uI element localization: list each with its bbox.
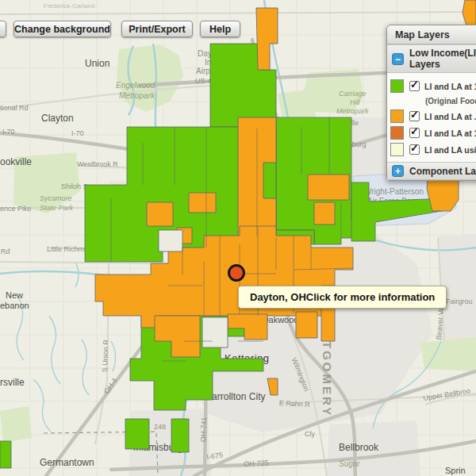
census-tract-green[interactable] [130,316,263,410]
layer-label: LI and LA at .5 and 10 miles [424,112,476,121]
map-label: Rd [1,248,10,255]
census-tract-unshaded[interactable] [159,230,182,251]
map-label: Oakwood [262,316,298,324]
map-label: Metropark [336,108,369,115]
census-tract-green[interactable] [85,127,314,262]
map-label: Bellbrook [339,443,378,452]
census-tract-orange[interactable] [147,202,173,226]
map-label: West Carrollton City [181,392,265,401]
check-icon: ✓ [410,109,419,121]
map-label: Metropark [119,92,155,100]
help-button[interactable]: Help [200,21,240,37]
census-tract-green[interactable] [210,44,276,127]
layer-checkbox[interactable]: ✓ [409,144,420,155]
map-label: Airport [196,67,219,75]
census-tract-unshaded[interactable] [202,317,228,347]
layer-checkbox[interactable]: ✓ [409,81,420,91]
layer-label: LI and LA at 1 and 20 miles [424,129,476,138]
check-icon: ✓ [410,79,419,90]
map-label: Air Force Base [367,198,420,205]
census-tract-orange[interactable] [267,378,278,395]
map-label: I-70 [71,130,84,137]
map-label: OH-4 [103,377,118,395]
map-label: Westbrook R [77,161,118,168]
low-income-section-header[interactable]: − Low Income(LI) and Low Access(LA) Laye… [387,44,476,73]
map-label: I-70 [2,129,15,136]
map-label: ookville [0,157,32,167]
map-label: Clayton [41,113,74,123]
map-label: New [6,291,23,300]
map-label: Engelwood [116,82,155,90]
map-label: Vandalia [235,79,271,89]
census-tract-green[interactable] [351,182,446,241]
census-tract-orange[interactable] [256,8,278,70]
map-label: Chambersburg [319,141,367,148]
map-label: MONTGOMERY [321,306,333,417]
map-label: Trot [129,205,144,213]
map-label: Wilmington [290,357,310,393]
census-tract-orange[interactable] [177,228,192,244]
census-tract-orange[interactable] [308,175,349,200]
map-label: Frederick-Garland [44,3,94,10]
layer-checkbox[interactable]: ✓ [409,111,420,121]
map-label: Sugar [339,460,360,468]
map-label: Sprin [445,466,466,475]
expand-icon[interactable]: + [392,165,404,177]
collapse-icon[interactable]: − [392,53,404,65]
layer-color-swatch [390,143,404,156]
map-label: Carriage [339,90,367,98]
map-label: Kettering [225,353,270,363]
map-layers-panel-title: Map Layers [387,25,476,44]
layer-sublabel: (Original Food Desert measure) [425,94,476,108]
map-label: Cly [305,431,315,438]
census-tract-green[interactable] [171,419,189,452]
map-label: I-675 [206,451,223,460]
check-icon: ✓ [410,142,419,154]
map-label: 248 [154,424,166,431]
census-tract-orange[interactable] [228,314,267,340]
census-tract-orange[interactable] [314,202,335,225]
check-icon: ✓ [410,125,419,137]
map-label: ebanon [0,301,29,310]
partial-button[interactable] [0,21,6,37]
map-label: E Rahn R [279,400,310,409]
print-export-button[interactable]: Print/Export [121,21,193,37]
map-label: Intl [205,59,215,67]
legend-list: ✓LI and LA at 1 and 10 miles(Original Fo… [387,73,476,162]
census-tract-orange[interactable] [238,117,276,238]
census-tract-green[interactable] [125,419,149,449]
map-label: Germantown [40,458,94,467]
selected-location-marker[interactable] [228,264,245,282]
map-label: Little Richmond Rd [47,246,107,253]
map-label: State Park [40,205,73,212]
layer-color-swatch [390,126,404,140]
layer-row: ✓LI and LA at .5 and 10 miles [387,108,476,125]
change-background-button[interactable]: Change background [13,21,111,37]
layer-row: ✓LI and LA at 1 and 10 miles [387,78,476,94]
map-label: S Union R [102,340,109,372]
map-tooltip[interactable]: Dayton, OHClick for more information [238,286,447,309]
census-tract-orange[interactable] [95,226,353,328]
map-label: rsville [0,378,25,387]
component-layers-section-header[interactable]: + Component Layers [387,162,476,180]
map-layers-panel: Map Layers − Low Income(LI) and Low Acce… [386,25,476,181]
map-label: Taylorsville [324,120,359,127]
layer-row: ✓LI and LA at 1 and 20 miles [387,125,476,141]
census-tract-orange[interactable] [296,312,317,338]
layer-label: LI and LA at 1 and 10 miles [424,82,476,91]
census-tract-green[interactable] [276,117,365,244]
census-tract-orange[interactable] [189,193,216,213]
layer-label: LI and LA using vehicle access [424,145,476,155]
census-tract-green[interactable] [0,441,11,468]
component-layers-section-label: Component Layers [409,166,476,177]
map-label: OH-741 [200,417,208,443]
map-label: Shiloh S [61,183,88,190]
map-label: OH-725 [244,459,269,468]
map-label: Miamisburg [133,443,182,452]
layer-checkbox[interactable]: ✓ [409,128,420,138]
low-income-section-label: Low Income(LI) and Low Access(LA) Layers [409,48,476,70]
map-application: Frederick-GarlandUnionDaytonIntlAirportU… [0,0,476,476]
census-tract-orange[interactable] [155,316,200,357]
map-label: Hill [350,99,360,106]
map-label: Fairgrou [446,298,473,305]
